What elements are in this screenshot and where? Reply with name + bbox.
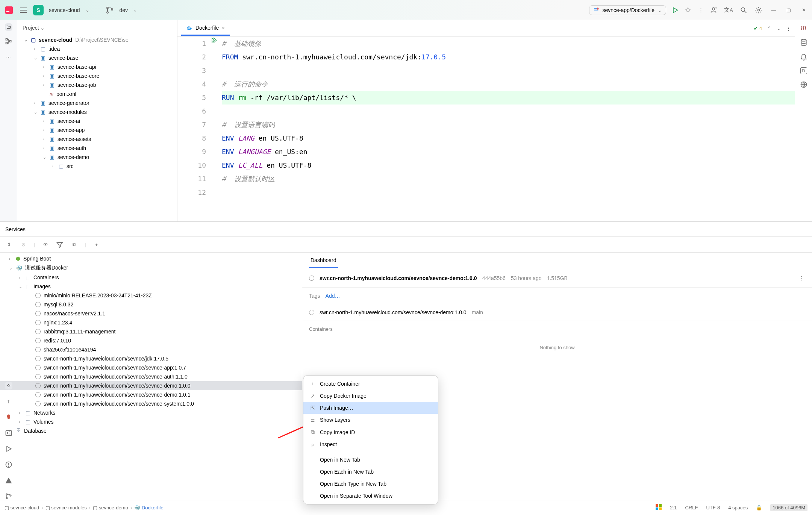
- context-menu-item[interactable]: ⌕ Inspect: [303, 438, 438, 450]
- vcs-branch[interactable]: dev: [120, 7, 128, 13]
- tree-item[interactable]: ›▣ sevnce-ai: [17, 117, 177, 126]
- tree-item[interactable]: ›▣ sevnce-generator: [17, 98, 177, 108]
- vcs-tool-icon[interactable]: [5, 492, 12, 500]
- web-tool-icon[interactable]: [800, 81, 807, 88]
- services-tree-item[interactable]: redis:7.0.10: [0, 336, 302, 345]
- status-eol[interactable]: CRLF: [685, 505, 698, 510]
- context-menu-item[interactable]: ⧉ Copy Image ID: [303, 426, 438, 438]
- close-icon[interactable]: ✕: [800, 6, 807, 14]
- services-tree-item[interactable]: swr.cn-north-1.myhuaweicloud.com/sevnce/…: [0, 372, 302, 381]
- tree-item[interactable]: ⌄▣ sevnce-demo: [17, 153, 177, 162]
- docs-tool-icon[interactable]: D: [800, 67, 807, 74]
- context-menu-item[interactable]: Open in Separate Tool Window: [303, 490, 438, 502]
- chevron-down-icon[interactable]: ⌄: [85, 7, 89, 13]
- add-tag-link[interactable]: Add…: [326, 293, 340, 299]
- bc-item[interactable]: ▢ sevnce-cloud: [5, 505, 39, 510]
- services-tool-icon[interactable]: [5, 382, 12, 389]
- editor-more-icon[interactable]: ⋮: [786, 26, 791, 31]
- tree-item[interactable]: ›▣ sevnce-base-api: [17, 62, 177, 71]
- tree-item[interactable]: ›▣ sevnce-app: [17, 126, 177, 135]
- services-tree-item[interactable]: rabbitmq:3.11.11-management: [0, 327, 302, 336]
- tree-root[interactable]: ⌄ ▢ sevnce-cloud D:\Project\SEVNCE\se: [17, 35, 177, 44]
- run-icon[interactable]: [671, 6, 679, 14]
- structure-tool-icon[interactable]: [5, 38, 12, 45]
- group-icon[interactable]: ⧉: [70, 241, 78, 248]
- project-badge[interactable]: S: [33, 5, 44, 15]
- project-header[interactable]: Project ⌄: [17, 20, 177, 35]
- services-tree-item[interactable]: ›⬚ Networks: [0, 408, 302, 417]
- close-tab-icon[interactable]: ×: [222, 25, 225, 31]
- tree-item[interactable]: m pom.xml: [17, 89, 177, 98]
- services-tree-item[interactable]: nacos/nacos-server:v2.1.1: [0, 309, 302, 318]
- context-menu-item[interactable]: + Create Container: [303, 378, 438, 390]
- status-memory[interactable]: 1066 of 4096M: [770, 504, 807, 511]
- profiler-tool-icon[interactable]: [5, 414, 12, 421]
- restore-icon[interactable]: ▢: [785, 6, 792, 14]
- bc-item[interactable]: ▢ sevnce-demo: [93, 505, 128, 510]
- translate-icon[interactable]: 文A: [725, 6, 732, 14]
- services-tree-item[interactable]: swr.cn-north-1.myhuaweicloud.com/sevnce/…: [0, 399, 302, 408]
- run-config-selector[interactable]: sevnce-app/Dockerfile ⌄: [589, 5, 666, 15]
- services-tree-item[interactable]: swr.cn-north-1.myhuaweicloud.com/sevnce/…: [0, 381, 302, 390]
- context-menu-item[interactable]: Open Each Type in New Tab: [303, 478, 438, 490]
- services-tree-item[interactable]: sha256:5f1101e4a194: [0, 345, 302, 354]
- more-icon[interactable]: …: [5, 52, 12, 59]
- services-tree-item[interactable]: mysql:8.0.32: [0, 300, 302, 309]
- problems-indicator[interactable]: ✔ 4: [754, 26, 762, 31]
- tree-item[interactable]: ›▣ sevnce-base-core: [17, 71, 177, 80]
- services-tree-item[interactable]: swr.cn-north-1.myhuaweicloud.com/sevnce/…: [0, 354, 302, 363]
- database-tool-icon[interactable]: [800, 39, 807, 46]
- tree-item[interactable]: ›▣ sevnce-assets: [17, 135, 177, 144]
- expand-collapse-icon[interactable]: ⇕: [5, 241, 13, 248]
- context-menu-item[interactable]: ⇱ Push Image…: [303, 402, 438, 414]
- services-tree-item[interactable]: swr.cn-north-1.myhuaweicloud.com/sevnce/…: [0, 390, 302, 399]
- services-tree-item[interactable]: nginx:1.23.4: [0, 318, 302, 327]
- context-menu-item[interactable]: ≣ Show Layers: [303, 414, 438, 426]
- services-tree-item[interactable]: swr.cn-north-1.myhuaweicloud.com/sevnce/…: [0, 363, 302, 372]
- debug-icon[interactable]: [684, 6, 692, 14]
- tab-dashboard[interactable]: Dashboard: [309, 253, 338, 268]
- minimize-icon[interactable]: —: [770, 6, 777, 14]
- editor-tab-dockerfile[interactable]: Dockerfile ×: [181, 21, 230, 36]
- services-tree-item[interactable]: ›🗄 Database: [0, 426, 302, 435]
- run-tool-icon[interactable]: [5, 445, 12, 453]
- stop-icon[interactable]: ⊘: [20, 241, 27, 248]
- context-menu-item[interactable]: ↗ Copy Docker Image: [303, 390, 438, 402]
- show-icon[interactable]: 👁: [42, 241, 49, 248]
- warnings-tool-icon[interactable]: [5, 477, 12, 484]
- context-menu-item[interactable]: Open in New Tab: [303, 454, 438, 466]
- services-tree-item[interactable]: ⌄⬚ Images: [0, 282, 302, 291]
- tree-item[interactable]: ›▣ sevnce-auth: [17, 144, 177, 153]
- notifications-tool-icon[interactable]: [800, 53, 807, 61]
- more-icon[interactable]: ⋮: [798, 274, 805, 282]
- bc-item[interactable]: 🐳 Dockerfile: [134, 505, 163, 510]
- services-tree-item[interactable]: ⌄🐳 测试服务器Docker: [0, 263, 302, 273]
- project-tool-icon[interactable]: [5, 23, 12, 31]
- project-name[interactable]: sevnce-cloud: [49, 7, 80, 13]
- services-tree-item[interactable]: ›⬚ Volumes: [0, 417, 302, 426]
- terminal-tool-icon[interactable]: [5, 429, 12, 437]
- filter-icon[interactable]: [56, 241, 64, 248]
- services-header[interactable]: Services: [0, 222, 812, 237]
- readonly-icon[interactable]: 🔓: [756, 505, 762, 510]
- status-encoding[interactable]: UTF-8: [706, 505, 720, 510]
- prev-highlight-icon[interactable]: ⌃: [767, 26, 771, 31]
- tree-item[interactable]: ›▢ src: [17, 162, 177, 171]
- services-tree-item[interactable]: minio/minio:RELEASE.2023-03-24T21-41-23Z: [0, 291, 302, 300]
- tree-item[interactable]: ⌄▣ sevnce-base: [17, 53, 177, 62]
- editor-body[interactable]: 123456789101112 # 基础镜像FROM swr.cn-north-…: [177, 37, 795, 221]
- settings-icon[interactable]: [755, 6, 762, 14]
- main-menu-icon[interactable]: [19, 6, 28, 15]
- bc-item[interactable]: ▢ sevnce-modules: [45, 505, 87, 510]
- services-tree-item[interactable]: ›⬢ Spring Boot: [0, 254, 302, 263]
- tree-item[interactable]: ›▣ sevnce-base-job: [17, 80, 177, 89]
- services-tree-item[interactable]: ›⬚ Containers: [0, 273, 302, 282]
- problems-tool-icon[interactable]: [5, 461, 12, 468]
- chevron-down-icon[interactable]: ⌄: [133, 7, 137, 13]
- ms-icon[interactable]: [656, 504, 662, 511]
- tree-item[interactable]: ⌄▣ sevnce-modules: [17, 108, 177, 117]
- status-indent[interactable]: 4 spaces: [728, 505, 748, 510]
- context-menu-item[interactable]: Open Each in New Tab: [303, 466, 438, 478]
- next-highlight-icon[interactable]: ⌄: [777, 26, 781, 31]
- todo-tool-icon[interactable]: T: [5, 398, 12, 405]
